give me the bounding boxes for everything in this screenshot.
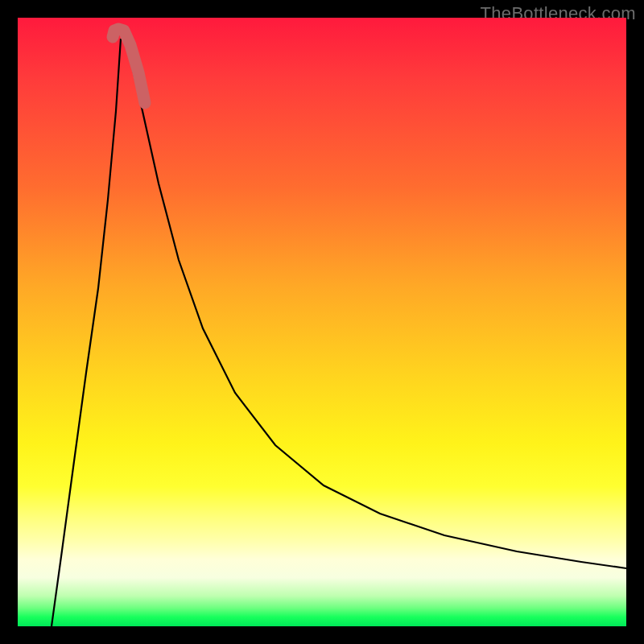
chart-frame: TheBottleneck.com (0, 0, 644, 644)
curve-left-branch (52, 39, 121, 626)
curve-right-branch (124, 32, 626, 568)
plot-area (18, 18, 626, 626)
curve-layer (18, 18, 626, 626)
